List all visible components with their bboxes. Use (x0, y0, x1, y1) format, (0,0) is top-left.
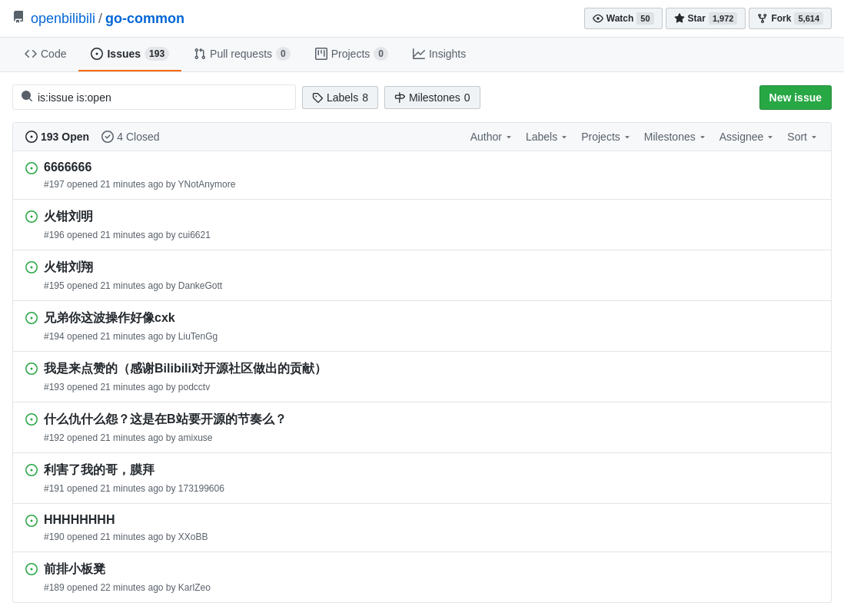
issue-content: 我是来点赞的（感谢Bilibili对开源社区做出的贡献） #193 opened… (44, 361, 819, 392)
issue-item: 火钳刘翔 #195 opened 21 minutes ago by Danke… (13, 250, 831, 301)
assignee-filter-dropdown[interactable]: Assignee (719, 131, 776, 143)
labels-btn-label: Labels (327, 91, 358, 104)
milestones-btn-label: Milestones (409, 91, 460, 104)
issue-number: #192 (44, 432, 65, 443)
issue-meta: #194 opened 21 minutes ago by LiuTenGg (44, 331, 218, 342)
issue-item: 兄弟你这波操作好像cxk #194 opened 21 minutes ago … (13, 301, 831, 352)
labels-filter-button[interactable]: Labels 8 (302, 86, 378, 109)
repo-org[interactable]: openbilibili (31, 11, 95, 27)
issue-time: 21 minutes ago (100, 179, 163, 190)
watch-button[interactable]: Watch 50 (584, 8, 663, 29)
fork-count: 5,614 (794, 12, 823, 25)
projects-filter-dropdown[interactable]: Projects (581, 131, 632, 143)
star-count: 1,972 (709, 12, 738, 25)
tab-pull-requests-label: Pull requests (210, 48, 272, 60)
closed-issues-filter[interactable]: 4 Closed (101, 131, 159, 143)
issue-author[interactable]: DankeGott (178, 280, 222, 291)
issue-author[interactable]: XXoBB (178, 532, 208, 542)
issue-meta: #196 opened 21 minutes ago by cui6621 (44, 230, 211, 240)
issues-container: 6666666 #197 opened 21 minutes ago by YN… (13, 151, 831, 602)
issue-content: 火钳刘明 #196 opened 21 minutes ago by cui66… (44, 209, 819, 240)
sort-dropdown[interactable]: Sort (787, 131, 819, 143)
open-issue-icon (25, 312, 38, 324)
issue-author[interactable]: KarlZeo (178, 582, 211, 593)
issue-title[interactable]: 火钳刘翔 (44, 260, 819, 276)
watch-count: 50 (636, 12, 653, 25)
issue-title[interactable]: 6666666 (44, 161, 819, 174)
tab-insights-label: Insights (429, 48, 466, 60)
labels-filter-dropdown[interactable]: Labels (526, 131, 569, 143)
open-issue-icon (25, 261, 38, 273)
tab-insights[interactable]: Insights (400, 38, 478, 71)
repo-nav: Code Issues 193 Pull requests 0 Projects… (0, 38, 844, 72)
issue-item: 火钳刘明 #196 opened 21 minutes ago by cui66… (13, 200, 831, 250)
tab-pull-requests[interactable]: Pull requests 0 (181, 38, 303, 71)
new-issue-button[interactable]: New issue (759, 85, 832, 110)
tab-issues[interactable]: Issues 193 (78, 38, 181, 71)
star-label: Star (688, 13, 706, 24)
labels-count: 8 (362, 91, 368, 104)
issue-number: #197 (44, 179, 65, 190)
open-issue-icon (25, 563, 38, 575)
open-issue-icon (25, 413, 38, 426)
issue-author[interactable]: LiuTenGg (178, 331, 218, 342)
issue-time: 21 minutes ago (100, 532, 163, 542)
issue-time: 21 minutes ago (100, 230, 163, 240)
tab-code[interactable]: Code (12, 38, 78, 71)
watch-label: Watch (606, 13, 634, 24)
tab-projects[interactable]: Projects 0 (303, 38, 400, 71)
search-input[interactable] (38, 91, 287, 104)
open-issue-icon (25, 162, 38, 174)
issue-author[interactable]: YNotAnymore (178, 179, 236, 190)
issue-content: 利害了我的哥，膜拜 #191 opened 21 minutes ago by … (44, 462, 819, 494)
milestones-filter-button[interactable]: Milestones 0 (384, 86, 480, 109)
sort-label: Sort (787, 131, 807, 143)
projects-filter-label: Projects (581, 131, 620, 143)
issue-author[interactable]: amixuse (178, 432, 213, 443)
repo-title: openbilibili / go-common (12, 11, 184, 27)
issue-title[interactable]: 我是来点赞的（感谢Bilibili对开源社区做出的贡献） (44, 361, 819, 377)
issue-title[interactable]: 火钳刘明 (44, 209, 819, 225)
issue-title[interactable]: 利害了我的哥，膜拜 (44, 462, 819, 479)
issue-item: 我是来点赞的（感谢Bilibili对开源社区做出的贡献） #193 opened… (13, 352, 831, 402)
repo-header: openbilibili / go-common Watch 50 Star 1… (0, 0, 844, 38)
author-filter-dropdown[interactable]: Author (470, 131, 513, 143)
open-issues-filter[interactable]: 193 Open (25, 131, 89, 143)
issue-time: 21 minutes ago (100, 331, 163, 342)
closed-label: Closed (126, 131, 160, 143)
issue-author[interactable]: 173199606 (178, 483, 224, 494)
closed-count: 4 (117, 131, 123, 143)
fork-button[interactable]: Fork 5,614 (749, 8, 832, 29)
open-issue-icon (25, 210, 38, 223)
issue-item: 6666666 #197 opened 21 minutes ago by YN… (13, 151, 831, 200)
issue-time: 21 minutes ago (100, 483, 163, 494)
issue-time: 21 minutes ago (100, 382, 163, 392)
star-button[interactable]: Star 1,972 (666, 8, 746, 29)
labels-filter-label: Labels (526, 131, 557, 143)
issue-number: #193 (44, 382, 65, 392)
issue-time: 22 minutes ago (100, 582, 163, 593)
repo-name[interactable]: go-common (105, 11, 184, 27)
issue-meta: #189 opened 22 minutes ago by KarlZeo (44, 582, 211, 593)
tab-code-label: Code (41, 48, 66, 60)
issue-title[interactable]: HHHHHHHH (44, 513, 819, 527)
issue-title[interactable]: 兄弟你这波操作好像cxk (44, 310, 819, 326)
tab-issues-count: 193 (145, 47, 169, 61)
main-content: Labels 8 Milestones 0 New issue 193 Open… (0, 72, 844, 615)
issue-author[interactable]: podcctv (178, 382, 210, 392)
issue-item: 利害了我的哥，膜拜 #191 opened 21 minutes ago by … (13, 453, 831, 504)
issue-meta: #195 opened 21 minutes ago by DankeGott (44, 280, 222, 291)
milestones-filter-dropdown[interactable]: Milestones (644, 131, 707, 143)
open-issue-icon (25, 515, 38, 527)
milestones-filter-label: Milestones (644, 131, 696, 143)
issue-meta: #191 opened 21 minutes ago by 173199606 (44, 483, 224, 494)
issue-title[interactable]: 什么仇什么怨？这是在B站要开源的节奏么？ (44, 412, 819, 428)
issue-author[interactable]: cui6621 (178, 230, 211, 240)
tab-issues-label: Issues (107, 48, 141, 60)
issues-list: 193 Open 4 Closed Author Labels (12, 122, 832, 603)
issue-meta: #197 opened 21 minutes ago by YNotAnymor… (44, 179, 235, 190)
search-box[interactable] (12, 84, 296, 110)
issue-title[interactable]: 前排小板凳 (44, 561, 819, 578)
issue-number: #191 (44, 483, 65, 494)
repo-sep: / (98, 11, 102, 27)
